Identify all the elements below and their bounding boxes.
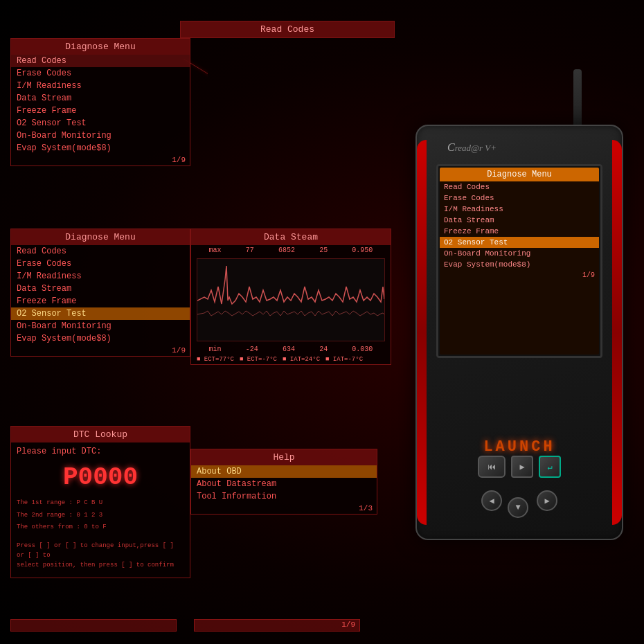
screen-title: Diagnose Menu xyxy=(440,168,599,181)
diag-mid-item-2[interactable]: I/M Readiness xyxy=(11,270,190,283)
screen-page: 1/9 xyxy=(440,270,599,280)
down-arrow-icon: ▼ xyxy=(515,503,520,512)
chart-label-6852: 6852 xyxy=(278,247,295,254)
help-title: Help xyxy=(191,449,377,465)
bottom-bar-left xyxy=(10,619,177,632)
left-button[interactable]: ◀ xyxy=(481,490,502,511)
device-screen-bezel: Diagnose Menu Read Codes Erase Codes I/M… xyxy=(436,164,602,358)
right-button[interactable]: ▶ xyxy=(537,490,557,511)
diag-mid-item-0[interactable]: Read Codes xyxy=(11,245,190,258)
chart-labels-bottom: min -24 634 24 0.030 xyxy=(191,344,391,355)
device-red-strip-left xyxy=(417,140,427,525)
screen-item-4[interactable]: Freeze Frame xyxy=(440,226,599,237)
device-brand: Cread@r V+ xyxy=(436,141,602,154)
diag-mid-item-5[interactable]: O2 Sensor Test xyxy=(11,307,190,320)
screen-item-0[interactable]: Read Codes xyxy=(440,181,599,193)
device-cable xyxy=(573,69,582,125)
screen-item-5[interactable]: O2 Sensor Test xyxy=(440,237,599,248)
chart-label-max: max xyxy=(209,247,222,254)
dtc-lookup-panel: DTC Lookup Please input DTC: P0000 The 1… xyxy=(10,426,190,578)
diag-top-item-4[interactable]: Freeze Frame xyxy=(11,105,190,117)
chart-label-25: 25 xyxy=(319,247,328,254)
device-screen: Diagnose Menu Read Codes Erase Codes I/M… xyxy=(440,168,599,355)
diag-top-item-3[interactable]: Data Stream xyxy=(11,92,190,105)
diag-mid-item-3[interactable]: Data Stream xyxy=(11,283,190,295)
dtc-prompt: Please input DTC: xyxy=(11,442,190,458)
diag-top-item-7[interactable]: Evap System(mode$8) xyxy=(11,142,190,154)
help-item-1[interactable]: About Datastream xyxy=(191,478,377,490)
help-panel: Help About OBD About Datastream Tool Inf… xyxy=(190,449,377,515)
screen-item-7[interactable]: Evap System(mode$8) xyxy=(440,259,599,270)
data-steam-title: Data Steam xyxy=(191,229,391,245)
chart-label-24: 24 xyxy=(319,346,328,353)
chart-label-neg24: -24 xyxy=(246,346,258,353)
enter-button[interactable]: ↵ xyxy=(539,456,561,478)
rewind-icon: ⏮ xyxy=(488,462,496,472)
diagnose-menu-top-panel: Diagnose Menu Read Codes Erase Codes I/M… xyxy=(10,38,190,166)
diag-top-item-5[interactable]: O2 Sensor Test xyxy=(11,117,190,129)
chart-label-634: 634 xyxy=(283,346,295,353)
help-page: 1/3 xyxy=(191,503,377,514)
chart-svg xyxy=(197,259,384,341)
button-area: ⏮ ▶ ↵ ◀ ▼ ▶ xyxy=(436,456,602,525)
screen-item-6[interactable]: On-Board Monitoring xyxy=(440,248,599,259)
data-steam-panel: Data Steam max 77 6852 25 0.950 min -24 … xyxy=(190,229,391,365)
device-body: Cread@r V+ Diagnose Menu Read Codes Eras… xyxy=(415,125,623,540)
device: Cread@r V+ Diagnose Menu Read Codes Eras… xyxy=(415,125,623,540)
diag-mid-item-4[interactable]: Freeze Frame xyxy=(11,295,190,307)
diag-top-item-1[interactable]: Erase Codes xyxy=(11,67,190,80)
down-button[interactable]: ▼ xyxy=(508,497,528,518)
help-item-0[interactable]: About OBD xyxy=(191,465,377,478)
screen-item-2[interactable]: I/M Readiness xyxy=(440,204,599,215)
diagnose-menu-mid-title: Diagnose Menu xyxy=(11,229,190,245)
chart-label-77: 77 xyxy=(246,247,254,254)
right-button-icon: ▶ xyxy=(544,496,549,506)
dpad: ◀ ▼ ▶ xyxy=(481,482,557,519)
dtc-range-2: The 2nd range : 0 1 2 3 xyxy=(11,510,190,522)
device-red-strip-right xyxy=(612,140,622,525)
read-codes-title: Read Codes xyxy=(181,21,394,37)
dtc-lookup-title: DTC Lookup xyxy=(11,427,190,442)
dtc-range-3: The others from : 0 to F xyxy=(11,521,190,534)
help-item-2[interactable]: Tool Information xyxy=(191,490,377,503)
chart-legend: ■ ECT=77°C ■ ECT=-7°C ■ IAT=24°C ■ IAT=-… xyxy=(191,355,391,364)
legend-iat-pos: ■ IAT=24°C xyxy=(283,356,320,363)
legend-iat-neg: ■ IAT=-7°C xyxy=(325,356,363,363)
chart-label-0950: 0.950 xyxy=(352,247,373,254)
device-launch-label: LAUNCH xyxy=(436,438,602,456)
screen-item-1[interactable]: Erase Codes xyxy=(440,193,599,204)
chart-label-min: min xyxy=(209,346,222,353)
legend-ect-pos: ■ ECT=77°C xyxy=(197,356,234,363)
bottom-bar-right: 1/9 xyxy=(194,619,360,632)
diag-mid-item-1[interactable]: Erase Codes xyxy=(11,258,190,270)
left-arrow-icon: ◀ xyxy=(489,496,494,506)
dtc-range-1: The 1st range : P C B U xyxy=(11,497,190,510)
diag-top-item-2[interactable]: I/M Readiness xyxy=(11,80,190,92)
chart-labels-top: max 77 6852 25 0.950 xyxy=(191,245,391,256)
diagnose-menu-mid-panel: Diagnose Menu Read Codes Erase Codes I/M… xyxy=(10,229,190,357)
enter-icon: ↵ xyxy=(547,462,552,472)
diag-top-page: 1/9 xyxy=(11,154,190,166)
rewind-button[interactable]: ⏮ xyxy=(478,456,506,478)
diag-mid-item-7[interactable]: Evap System(mode$8) xyxy=(11,332,190,345)
chart-label-0030: 0.030 xyxy=(352,346,373,353)
diag-mid-page: 1/9 xyxy=(11,345,190,356)
screen-item-3[interactable]: Data Stream xyxy=(440,215,599,226)
diag-top-item-0[interactable]: Read Codes xyxy=(11,55,190,67)
read-codes-panel: Read Codes xyxy=(180,21,395,38)
chart-area xyxy=(197,258,385,341)
legend-ect-neg: ■ ECT=-7°C xyxy=(240,356,277,363)
diagnose-menu-top-title: Diagnose Menu xyxy=(11,39,190,55)
right-arrow-icon: ▶ xyxy=(519,462,524,472)
bottom-page-indicator: 1/9 xyxy=(341,620,355,629)
dtc-instructions: Press [ ] or [ ] to change input,press [… xyxy=(11,539,190,572)
diag-top-item-6[interactable]: On-Board Monitoring xyxy=(11,129,190,142)
right-nav-button[interactable]: ▶ xyxy=(511,456,533,478)
button-row-top: ⏮ ▶ ↵ xyxy=(436,456,602,478)
dtc-code-display[interactable]: P0000 xyxy=(11,458,190,497)
diag-mid-item-6[interactable]: On-Board Monitoring xyxy=(11,320,190,332)
